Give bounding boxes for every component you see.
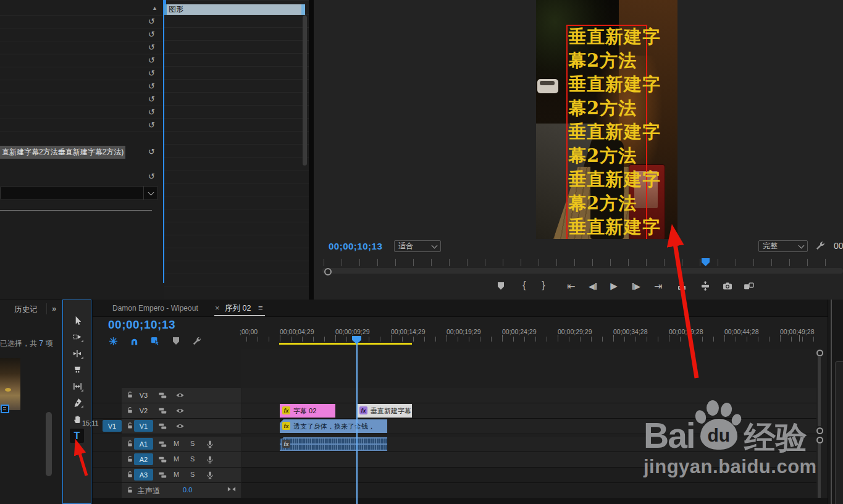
slip-tool[interactable] [71, 380, 83, 392]
track-select-tool[interactable] [71, 330, 83, 343]
track-lock-icon[interactable] [126, 391, 134, 399]
mark-out-button[interactable]: } [536, 279, 551, 293]
insert-as-nest-icon[interactable] [107, 335, 119, 346]
expand-panel-icon[interactable]: » [52, 304, 56, 313]
reset-parameter-icon[interactable]: ↺ [148, 107, 155, 117]
program-video-frame[interactable]: 垂直新建字 幕2方法 垂直新建字 幕2方法 垂直新建字 幕2方法 垂直新建字 幕… [536, 0, 677, 239]
clip-audio-a1[interactable]: fx [280, 437, 387, 451]
track-visibility-eye-icon[interactable] [175, 422, 185, 430]
clip-thumbnail[interactable] [0, 358, 20, 410]
mark-in-button[interactable]: { [517, 279, 532, 293]
voiceover-mic-icon[interactable] [206, 455, 214, 464]
effect-dropdown[interactable] [0, 186, 158, 200]
source-patch-v1[interactable]: V1 [103, 420, 122, 432]
track-sync-icon[interactable] [158, 455, 167, 464]
monitor-scrollbar-handle[interactable] [324, 268, 332, 275]
solo-toggle[interactable]: S [190, 471, 195, 478]
add-marker-button[interactable] [493, 279, 508, 293]
track-lock-icon[interactable] [126, 486, 134, 494]
export-frame-camera-button[interactable] [720, 279, 735, 293]
close-tab-icon[interactable]: × [215, 303, 220, 313]
mute-toggle[interactable]: M [174, 455, 179, 463]
go-to-in-button[interactable]: ⇤ [564, 279, 579, 293]
track-sync-icon[interactable] [158, 471, 167, 479]
program-timecode[interactable]: 00;00;10;13 [329, 241, 382, 251]
reset-parameter-icon[interactable]: ↺ [148, 82, 155, 91]
hand-tool[interactable] [71, 413, 83, 425]
master-gain-value[interactable]: 0.0 [183, 486, 192, 494]
timeline-playhead-line[interactable] [356, 337, 358, 504]
clip-subtitle-02[interactable]: fx 字幕 02 [280, 404, 335, 418]
pen-tool[interactable] [71, 396, 83, 408]
solo-toggle[interactable]: S [190, 440, 195, 447]
selection-tool[interactable] [71, 314, 83, 327]
source-text-value[interactable]: 直新建字幕2方法垂直新建字幕2方法) [0, 146, 125, 159]
graphics-clip-bar[interactable]: 图形 [164, 4, 305, 15]
reset-parameter-icon[interactable]: ↺ [148, 172, 155, 182]
monitor-scrollbar[interactable] [322, 268, 843, 274]
timeline-settings-wrench-icon[interactable] [191, 335, 202, 346]
snap-magnet-icon[interactable] [128, 335, 140, 346]
timeline-timecode[interactable]: 00;00;10;13 [108, 318, 175, 332]
track-sync-icon[interactable] [158, 406, 167, 415]
ec-vertical-scrollbar[interactable] [303, 15, 307, 166]
reset-parameter-icon[interactable]: ↺ [148, 147, 155, 157]
step-forward-button[interactable]: ▶ [629, 279, 644, 293]
reset-parameter-icon[interactable]: ↺ [148, 69, 155, 78]
track-lock-icon[interactable] [126, 455, 134, 463]
track-sync-icon[interactable] [158, 440, 167, 448]
clip-graphic-selected[interactable]: fx 垂直新建字幕 [357, 404, 412, 418]
track-target-v1[interactable]: V1 [134, 420, 153, 432]
track-lock-icon[interactable] [126, 406, 134, 414]
razor-tool[interactable] [71, 363, 83, 376]
linked-selection-icon[interactable] [149, 335, 161, 346]
clip-text-v1[interactable]: fx 透支了身体，换来了金钱， [280, 419, 387, 433]
reset-parameter-icon[interactable]: ↺ [148, 17, 155, 27]
reset-parameter-icon[interactable]: ↺ [148, 43, 155, 52]
play-button[interactable]: ▶ [606, 279, 621, 293]
reset-parameter-icon[interactable]: ↺ [148, 120, 155, 130]
solo-toggle[interactable]: S [190, 455, 195, 463]
timeline-bottom-scroll-area[interactable] [93, 498, 828, 504]
monitor-settings-wrench-icon[interactable] [815, 241, 825, 251]
step-back-button[interactable]: ◀ [585, 279, 600, 293]
track-sync-icon[interactable] [158, 422, 167, 430]
tab-sequence-active[interactable]: 序列 02 [225, 303, 251, 314]
lift-button[interactable] [674, 279, 689, 293]
mute-toggle[interactable]: M [174, 471, 179, 478]
track-target-v2[interactable]: V2 [134, 405, 153, 416]
track-target-a2[interactable]: A2 [134, 453, 153, 465]
fx-badge: fx [359, 406, 367, 414]
track-lock-icon[interactable] [126, 440, 134, 448]
history-tab-label[interactable]: 历史记 [14, 304, 38, 315]
watermark-jingyan: 经验 [744, 422, 807, 453]
track-target-a1[interactable]: A1 [134, 438, 153, 450]
comparison-view-button[interactable] [741, 279, 756, 293]
reset-parameter-icon[interactable]: ↺ [148, 30, 155, 40]
track-lock-icon[interactable] [126, 471, 134, 479]
extract-button[interactable] [698, 279, 713, 293]
reset-parameter-icon[interactable]: ↺ [148, 94, 155, 104]
track-target-v3[interactable]: V3 [134, 389, 153, 401]
playback-resolution-select[interactable]: 完整 [758, 240, 808, 252]
bowtie-pan-icon[interactable] [227, 486, 236, 492]
track-target-a3[interactable]: A3 [134, 469, 153, 481]
voiceover-mic-icon[interactable] [206, 440, 214, 449]
track-visibility-eye-icon[interactable] [175, 391, 185, 400]
type-tool-selected[interactable]: T [70, 429, 84, 443]
track-lock-icon[interactable] [126, 422, 134, 430]
voiceover-mic-icon[interactable] [206, 471, 214, 480]
ripple-edit-tool[interactable] [71, 347, 83, 359]
track-visibility-eye-icon[interactable] [175, 406, 185, 415]
history-scrollbar[interactable] [46, 412, 52, 476]
zoom-level-select[interactable]: 适合 [394, 240, 441, 252]
track-sync-icon[interactable] [158, 391, 167, 400]
collapse-icon[interactable]: ▲ [152, 5, 157, 11]
monitor-time-ruler[interactable] [324, 259, 839, 266]
reset-parameter-icon[interactable]: ↺ [148, 56, 155, 65]
mute-toggle[interactable]: M [174, 440, 179, 447]
add-marker-icon[interactable] [170, 335, 182, 346]
panel-menu-icon[interactable]: ≡ [258, 303, 263, 313]
tab-sequence-inactive[interactable]: Damon Empero - Wipeout [112, 304, 198, 313]
go-to-out-button[interactable]: ⇥ [651, 279, 666, 293]
